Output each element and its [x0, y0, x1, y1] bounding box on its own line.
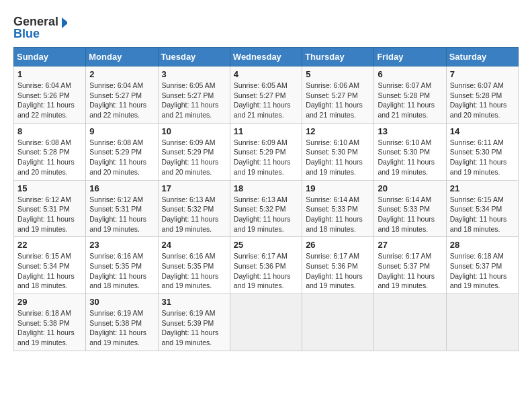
day-number: 9 — [89, 126, 154, 136]
weekday-thursday: Thursday — [302, 48, 374, 66]
day-info: Sunrise: 6:09 AM Sunset: 5:29 PM Dayligh… — [234, 138, 298, 177]
day-number: 10 — [162, 126, 226, 136]
calendar-cell: 2Sunrise: 6:04 AM Sunset: 5:27 PM Daylig… — [86, 66, 158, 124]
calendar-cell: 7Sunrise: 6:07 AM Sunset: 5:28 PM Daylig… — [446, 66, 518, 124]
calendar-cell: 16Sunrise: 6:12 AM Sunset: 5:31 PM Dayli… — [86, 180, 158, 237]
calendar-cell: 17Sunrise: 6:13 AM Sunset: 5:32 PM Dayli… — [158, 180, 230, 237]
day-number: 18 — [234, 183, 298, 193]
day-info: Sunrise: 6:05 AM Sunset: 5:27 PM Dayligh… — [234, 81, 298, 120]
day-info: Sunrise: 6:15 AM Sunset: 5:34 PM Dayligh… — [450, 195, 515, 234]
day-number: 13 — [378, 126, 442, 136]
day-number: 6 — [378, 69, 442, 79]
day-info: Sunrise: 6:12 AM Sunset: 5:31 PM Dayligh… — [17, 195, 82, 234]
day-number: 17 — [162, 183, 226, 193]
day-number: 28 — [450, 240, 515, 250]
day-number: 22 — [17, 240, 82, 250]
day-number: 30 — [89, 297, 154, 307]
day-info: Sunrise: 6:15 AM Sunset: 5:34 PM Dayligh… — [17, 251, 82, 291]
day-number: 20 — [378, 183, 442, 193]
calendar-cell: 21Sunrise: 6:15 AM Sunset: 5:34 PM Dayli… — [446, 180, 518, 237]
calendar-week-2: 8Sunrise: 6:08 AM Sunset: 5:28 PM Daylig… — [14, 123, 519, 180]
calendar-cell — [374, 294, 446, 351]
day-info: Sunrise: 6:16 AM Sunset: 5:35 PM Dayligh… — [89, 251, 154, 291]
calendar-cell: 25Sunrise: 6:17 AM Sunset: 5:36 PM Dayli… — [230, 237, 302, 294]
calendar-cell: 31Sunrise: 6:19 AM Sunset: 5:39 PM Dayli… — [158, 294, 230, 351]
day-info: Sunrise: 6:06 AM Sunset: 5:27 PM Dayligh… — [306, 81, 370, 120]
day-info: Sunrise: 6:07 AM Sunset: 5:28 PM Dayligh… — [450, 81, 515, 120]
page-header: General Blue — [13, 13, 519, 40]
calendar-cell: 13Sunrise: 6:10 AM Sunset: 5:30 PM Dayli… — [374, 123, 446, 180]
calendar-cell: 10Sunrise: 6:09 AM Sunset: 5:29 PM Dayli… — [158, 123, 230, 180]
svg-text:Blue: Blue — [13, 27, 40, 40]
weekday-header-row: SundayMondayTuesdayWednesdayThursdayFrid… — [14, 48, 519, 66]
day-number: 24 — [162, 240, 226, 250]
weekday-wednesday: Wednesday — [230, 48, 302, 66]
calendar-cell — [302, 294, 374, 351]
day-number: 23 — [89, 240, 154, 250]
day-info: Sunrise: 6:08 AM Sunset: 5:28 PM Dayligh… — [17, 138, 82, 177]
day-number: 8 — [17, 126, 82, 136]
weekday-friday: Friday — [374, 48, 446, 66]
calendar-cell: 23Sunrise: 6:16 AM Sunset: 5:35 PM Dayli… — [86, 237, 158, 294]
day-info: Sunrise: 6:16 AM Sunset: 5:35 PM Dayligh… — [162, 251, 226, 291]
calendar-cell: 6Sunrise: 6:07 AM Sunset: 5:28 PM Daylig… — [374, 66, 446, 124]
calendar-cell — [446, 294, 518, 351]
calendar-cell: 30Sunrise: 6:19 AM Sunset: 5:38 PM Dayli… — [86, 294, 158, 351]
calendar-cell: 22Sunrise: 6:15 AM Sunset: 5:34 PM Dayli… — [14, 237, 86, 294]
day-number: 27 — [378, 240, 442, 250]
calendar-cell: 5Sunrise: 6:06 AM Sunset: 5:27 PM Daylig… — [302, 66, 374, 124]
calendar-cell: 8Sunrise: 6:08 AM Sunset: 5:28 PM Daylig… — [14, 123, 86, 180]
day-number: 4 — [234, 69, 298, 79]
day-number: 12 — [306, 126, 370, 136]
day-info: Sunrise: 6:19 AM Sunset: 5:39 PM Dayligh… — [162, 308, 226, 348]
calendar-cell: 12Sunrise: 6:10 AM Sunset: 5:30 PM Dayli… — [302, 123, 374, 180]
day-info: Sunrise: 6:08 AM Sunset: 5:29 PM Dayligh… — [89, 138, 154, 177]
day-info: Sunrise: 6:18 AM Sunset: 5:37 PM Dayligh… — [450, 251, 515, 291]
logo-svg: General Blue — [13, 13, 67, 40]
day-info: Sunrise: 6:10 AM Sunset: 5:30 PM Dayligh… — [378, 138, 442, 177]
day-number: 3 — [162, 69, 226, 79]
weekday-saturday: Saturday — [446, 48, 518, 66]
day-info: Sunrise: 6:13 AM Sunset: 5:32 PM Dayligh… — [162, 195, 226, 234]
calendar-cell: 4Sunrise: 6:05 AM Sunset: 5:27 PM Daylig… — [230, 66, 302, 124]
calendar-cell: 18Sunrise: 6:13 AM Sunset: 5:32 PM Dayli… — [230, 180, 302, 237]
calendar-cell: 3Sunrise: 6:05 AM Sunset: 5:27 PM Daylig… — [158, 66, 230, 124]
day-number: 25 — [234, 240, 298, 250]
day-number: 11 — [234, 126, 298, 136]
day-number: 5 — [306, 69, 370, 79]
day-number: 1 — [17, 69, 82, 79]
day-number: 16 — [89, 183, 154, 193]
day-number: 7 — [450, 69, 515, 79]
day-info: Sunrise: 6:04 AM Sunset: 5:26 PM Dayligh… — [17, 81, 82, 120]
day-info: Sunrise: 6:09 AM Sunset: 5:29 PM Dayligh… — [162, 138, 226, 177]
day-info: Sunrise: 6:05 AM Sunset: 5:27 PM Dayligh… — [162, 81, 226, 120]
day-info: Sunrise: 6:13 AM Sunset: 5:32 PM Dayligh… — [234, 195, 298, 234]
svg-marker-2 — [62, 17, 67, 28]
day-number: 14 — [450, 126, 515, 136]
day-info: Sunrise: 6:07 AM Sunset: 5:28 PM Dayligh… — [378, 81, 442, 120]
calendar-cell: 19Sunrise: 6:14 AM Sunset: 5:33 PM Dayli… — [302, 180, 374, 237]
svg-text:General: General — [13, 15, 58, 28]
day-info: Sunrise: 6:17 AM Sunset: 5:36 PM Dayligh… — [306, 251, 370, 291]
day-info: Sunrise: 6:11 AM Sunset: 5:30 PM Dayligh… — [450, 138, 515, 177]
day-info: Sunrise: 6:04 AM Sunset: 5:27 PM Dayligh… — [89, 81, 154, 120]
day-number: 21 — [450, 183, 515, 193]
calendar-cell: 24Sunrise: 6:16 AM Sunset: 5:35 PM Dayli… — [158, 237, 230, 294]
calendar-week-4: 22Sunrise: 6:15 AM Sunset: 5:34 PM Dayli… — [14, 237, 519, 294]
calendar-cell — [230, 294, 302, 351]
day-info: Sunrise: 6:18 AM Sunset: 5:38 PM Dayligh… — [17, 308, 82, 348]
weekday-monday: Monday — [86, 48, 158, 66]
day-info: Sunrise: 6:12 AM Sunset: 5:31 PM Dayligh… — [89, 195, 154, 234]
calendar-cell: 1Sunrise: 6:04 AM Sunset: 5:26 PM Daylig… — [14, 66, 86, 124]
calendar-cell: 27Sunrise: 6:17 AM Sunset: 5:37 PM Dayli… — [374, 237, 446, 294]
day-info: Sunrise: 6:19 AM Sunset: 5:38 PM Dayligh… — [89, 308, 154, 348]
calendar-cell: 26Sunrise: 6:17 AM Sunset: 5:36 PM Dayli… — [302, 237, 374, 294]
logo: General Blue — [13, 13, 67, 40]
calendar-cell: 9Sunrise: 6:08 AM Sunset: 5:29 PM Daylig… — [86, 123, 158, 180]
calendar-week-3: 15Sunrise: 6:12 AM Sunset: 5:31 PM Dayli… — [14, 180, 519, 237]
day-number: 29 — [17, 297, 82, 307]
calendar-cell: 28Sunrise: 6:18 AM Sunset: 5:37 PM Dayli… — [446, 237, 518, 294]
day-info: Sunrise: 6:17 AM Sunset: 5:37 PM Dayligh… — [378, 251, 442, 291]
calendar-cell: 14Sunrise: 6:11 AM Sunset: 5:30 PM Dayli… — [446, 123, 518, 180]
calendar-cell: 29Sunrise: 6:18 AM Sunset: 5:38 PM Dayli… — [14, 294, 86, 351]
